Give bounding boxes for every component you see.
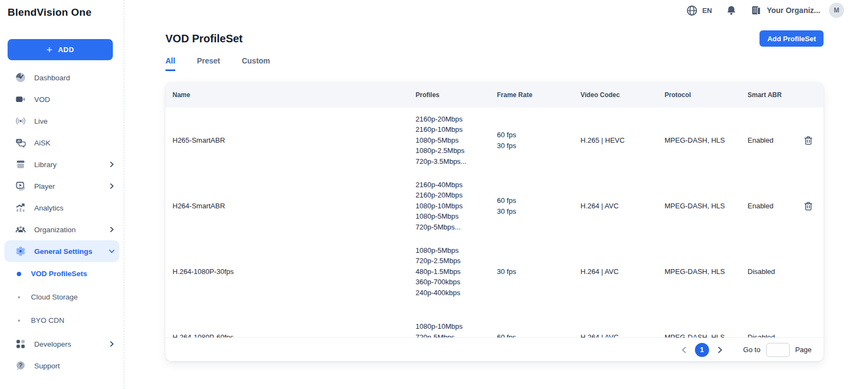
profileset-name: H264-SmartABR bbox=[165, 202, 416, 210]
smart-abr-status: Enabled bbox=[748, 136, 793, 144]
smart-abr-status: Disabled bbox=[748, 267, 793, 276]
sidebar-item-label: VOD bbox=[34, 95, 50, 104]
bullet-icon bbox=[17, 320, 21, 322]
profile-line: 1080p-2.5Mbps bbox=[416, 145, 497, 156]
column-header-profiles: Profiles bbox=[416, 91, 497, 99]
sidebar-item-dashboard[interactable]: Dashboard bbox=[0, 67, 124, 88]
profile-line: 360p-700kbps bbox=[416, 277, 497, 288]
next-page-button[interactable] bbox=[714, 344, 726, 356]
sidebar-item-analytics[interactable]: Analytics bbox=[0, 197, 124, 219]
table-header: Name Profiles Frame Rate Video Codec Pro… bbox=[165, 82, 824, 107]
sidebar-item-label: Dashboard bbox=[34, 74, 70, 82]
add-button[interactable]: + ADD bbox=[8, 39, 113, 60]
page-title: VOD ProfileSet bbox=[165, 33, 242, 45]
column-header-frame-rate: Frame Rate bbox=[497, 91, 580, 99]
sidebar-item-support[interactable]: ? Support bbox=[0, 355, 124, 377]
player-icon bbox=[15, 181, 27, 192]
sidebar-subitem-cloud-storage[interactable]: Cloud Storage bbox=[0, 285, 124, 309]
sidebar-subitem-label: VOD ProfileSets bbox=[31, 270, 87, 278]
table-row[interactable]: H264-SmartABR 2160p-40Mbps2160p-20Mbps10… bbox=[165, 173, 824, 239]
delete-button[interactable] bbox=[802, 200, 814, 212]
live-icon bbox=[15, 116, 27, 126]
language-label: EN bbox=[702, 7, 712, 15]
profile-line: 2160p-40Mbps bbox=[416, 180, 497, 190]
support-icon: ? bbox=[15, 360, 27, 371]
sidebar-subitem-label: BYO CDN bbox=[31, 316, 65, 324]
table-row[interactable]: H.264-1080P-60fps 1080p-10Mbps720p-5Mbps… bbox=[165, 304, 824, 337]
protocol: MPEG-DASH, HLS bbox=[665, 333, 748, 337]
main-area: EN Your Organiz... M VOD ProfileSet Add … bbox=[124, 0, 868, 389]
sidebar-item-aisk[interactable]: AI AiSK bbox=[0, 132, 124, 154]
profiles-list: 2160p-20Mbps2160p-10Mbps1080p-5Mbps1080p… bbox=[416, 114, 497, 167]
sidebar-item-label: General Settings bbox=[34, 247, 92, 256]
sidebar-item-live[interactable]: Live bbox=[0, 110, 124, 132]
sidebar-item-label: Developers bbox=[34, 340, 71, 348]
smart-abr-status: Disabled bbox=[748, 333, 793, 337]
sidebar-item-player[interactable]: Player bbox=[0, 175, 124, 197]
profile-line: 2160p-20Mbps bbox=[416, 114, 497, 125]
delete-button[interactable] bbox=[802, 135, 814, 146]
chevron-down-icon bbox=[108, 248, 115, 254]
table-row[interactable]: H265-SmartABR 2160p-20Mbps2160p-10Mbps10… bbox=[165, 107, 824, 173]
sidebar-item-developers[interactable]: Developers bbox=[0, 333, 124, 355]
avatar[interactable]: M bbox=[829, 3, 844, 18]
sidebar-subitem-byo-cdn[interactable]: BYO CDN bbox=[0, 309, 124, 332]
tab-all[interactable]: All bbox=[165, 56, 175, 71]
bullet-icon bbox=[17, 296, 21, 298]
chevron-right-icon bbox=[108, 226, 115, 233]
tab-custom[interactable]: Custom bbox=[242, 56, 270, 71]
profile-line: 2160p-10Mbps bbox=[416, 124, 497, 135]
chevron-right-icon bbox=[108, 161, 115, 168]
previous-page-button[interactable] bbox=[678, 344, 690, 356]
sidebar: BlendVision One + ADD Dashboard VOD Live… bbox=[0, 0, 124, 389]
topbar: EN Your Organiz... M bbox=[124, 0, 868, 21]
profile-line: 1080p-5Mbps bbox=[416, 135, 497, 146]
sidebar-item-label: AiSK bbox=[34, 139, 50, 147]
frame-rate: 30 fps bbox=[497, 266, 580, 277]
video-codec: H.264 | AVC bbox=[580, 333, 665, 337]
page-number-button[interactable]: 1 bbox=[695, 343, 709, 357]
sidebar-item-label: Library bbox=[34, 161, 56, 169]
protocol: MPEG-DASH, HLS bbox=[665, 267, 748, 276]
profile-line: 720p-5Mbps... bbox=[416, 222, 497, 233]
tab-bar: All Preset Custom bbox=[165, 56, 824, 71]
notifications-button[interactable] bbox=[726, 5, 737, 16]
add-profileset-button[interactable]: Add ProfileSet bbox=[760, 30, 824, 47]
sidebar-item-library[interactable]: Library bbox=[0, 154, 124, 175]
tab-preset[interactable]: Preset bbox=[197, 56, 220, 71]
sidebar-subitem-vod-profilesets[interactable]: VOD ProfileSets bbox=[0, 262, 124, 285]
profiles-list: 1080p-10Mbps720p-5Mbps480p-3Mbps bbox=[416, 321, 497, 337]
aisk-icon: AI bbox=[15, 137, 27, 148]
sidebar-item-vod[interactable]: VOD bbox=[0, 88, 124, 110]
video-codec: H.264 | AVC bbox=[580, 267, 665, 276]
column-header-name: Name bbox=[165, 91, 416, 99]
dashboard-icon bbox=[15, 72, 27, 83]
profile-line: 60 fps bbox=[497, 130, 580, 141]
add-button-label: ADD bbox=[58, 46, 74, 54]
sidebar-item-organization[interactable]: Organization bbox=[0, 219, 124, 240]
protocol: MPEG-DASH, HLS bbox=[665, 136, 748, 144]
chevron-right-icon bbox=[108, 183, 115, 189]
page-label: Page bbox=[795, 346, 812, 354]
profile-line: 30 fps bbox=[497, 141, 580, 151]
profile-line: 240p-400kbps bbox=[416, 288, 497, 298]
chevron-right-icon bbox=[108, 341, 115, 347]
profile-line: 1080p-10Mbps bbox=[416, 321, 497, 332]
profile-line: 1080p-10Mbps bbox=[416, 201, 497, 212]
profile-line: 30 fps bbox=[497, 206, 580, 217]
sidebar-item-label: Support bbox=[34, 362, 60, 370]
column-header-video-codec: Video Codec bbox=[580, 91, 665, 99]
language-selector[interactable]: EN bbox=[686, 5, 712, 16]
goto-page-input[interactable] bbox=[766, 343, 790, 357]
column-header-protocol: Protocol bbox=[665, 91, 748, 99]
svg-text:?: ? bbox=[19, 362, 22, 368]
profileset-name: H.264-1080P-60fps bbox=[165, 333, 416, 337]
smart-abr-status: Enabled bbox=[748, 202, 793, 210]
table-body: H265-SmartABR 2160p-20Mbps2160p-10Mbps10… bbox=[165, 107, 824, 337]
sidebar-item-general-settings[interactable]: General Settings bbox=[4, 240, 119, 262]
profiles-list: 2160p-40Mbps2160p-20Mbps1080p-10Mbps1080… bbox=[416, 180, 497, 233]
table-row[interactable]: H.264-1080P-30fps 1080p-5Mbps720p-2.5Mbp… bbox=[165, 239, 824, 304]
organization-selector[interactable]: Your Organiz... bbox=[751, 5, 820, 16]
library-icon bbox=[15, 159, 27, 170]
profile-line: 720p-3.5Mbps... bbox=[416, 156, 497, 167]
